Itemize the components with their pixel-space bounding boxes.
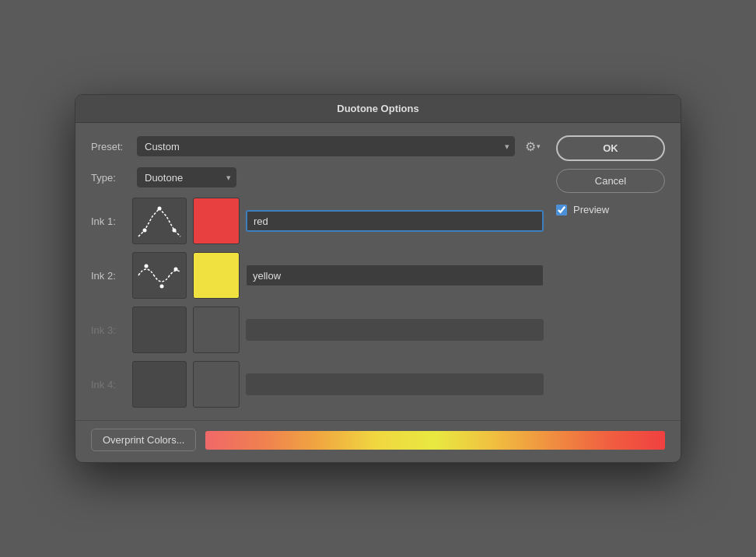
svg-point-7 (174, 268, 178, 271)
preview-row: Preview (556, 204, 665, 215)
ink2-label: Ink 2: (91, 270, 126, 282)
left-column: Preset: Custom ▾ ⚙ ▾ Type: Monotone (91, 135, 544, 408)
svg-rect-9 (137, 366, 182, 403)
ink-row-3: Ink 3: (91, 307, 544, 353)
ink4-label: Ink 4: (91, 379, 126, 391)
ink3-name-input (246, 319, 544, 341)
ink3-label: Ink 3: (91, 324, 126, 336)
ink-row-4: Ink 4: (91, 361, 544, 408)
ink2-name-input[interactable] (246, 264, 544, 286)
cancel-button[interactable]: Cancel (556, 169, 665, 193)
ink4-curve-thumb (132, 361, 187, 408)
right-column: OK Cancel Preview (556, 135, 665, 408)
ink1-name-input[interactable] (246, 210, 544, 232)
duotone-options-dialog: Duotone Options Preset: Custom ▾ ⚙ ▾ (75, 94, 681, 463)
ink1-label: Ink 1: (91, 215, 126, 227)
svg-rect-4 (137, 257, 182, 294)
svg-point-5 (145, 264, 149, 268)
ink-row-2: Ink 2: (91, 252, 544, 299)
preset-select-wrapper: Custom ▾ (136, 135, 516, 157)
ink3-curve-thumb (132, 307, 187, 353)
ink-rows: Ink 1: Ink 2: (91, 198, 544, 408)
preset-row: Preset: Custom ▾ ⚙ ▾ (91, 135, 544, 157)
ink-row-1: Ink 1: (91, 198, 544, 244)
ink1-color-swatch[interactable] (193, 198, 240, 244)
ink2-color-swatch[interactable] (193, 252, 240, 299)
preview-label: Preview (573, 204, 609, 215)
preview-checkbox[interactable] (556, 205, 567, 215)
ink4-color-swatch (193, 361, 240, 408)
type-select[interactable]: Monotone Duotone Tritone Quadtone (136, 166, 237, 188)
ink3-color-swatch (193, 307, 240, 353)
ink1-curve-thumb[interactable] (132, 198, 187, 244)
preset-select[interactable]: Custom (136, 135, 516, 157)
gear-icon: ⚙ (525, 139, 536, 154)
type-select-wrapper: Monotone Duotone Tritone Quadtone ▾ (136, 166, 237, 188)
ok-button[interactable]: OK (556, 135, 665, 161)
dialog-body: Preset: Custom ▾ ⚙ ▾ Type: Monotone (75, 123, 681, 420)
type-row: Type: Monotone Duotone Tritone Quadtone … (91, 166, 544, 188)
overprint-gradient-bar (205, 431, 665, 450)
gear-dropdown-arrow-icon: ▾ (537, 142, 541, 150)
ink2-curve-thumb[interactable] (132, 252, 187, 299)
overprint-colors-button[interactable]: Overprint Colors... (91, 429, 196, 451)
svg-point-3 (173, 229, 177, 233)
svg-point-2 (158, 207, 162, 211)
svg-rect-8 (137, 311, 182, 349)
dialog-title: Duotone Options (88, 103, 668, 114)
type-label: Type: (91, 172, 130, 184)
bottom-bar: Overprint Colors... (75, 420, 681, 462)
gear-button[interactable]: ⚙ ▾ (522, 138, 544, 156)
title-bar: Duotone Options (75, 95, 681, 123)
ink4-name-input (246, 373, 544, 395)
preset-label: Preset: (91, 141, 130, 152)
svg-point-6 (160, 285, 164, 289)
svg-point-1 (143, 229, 147, 233)
